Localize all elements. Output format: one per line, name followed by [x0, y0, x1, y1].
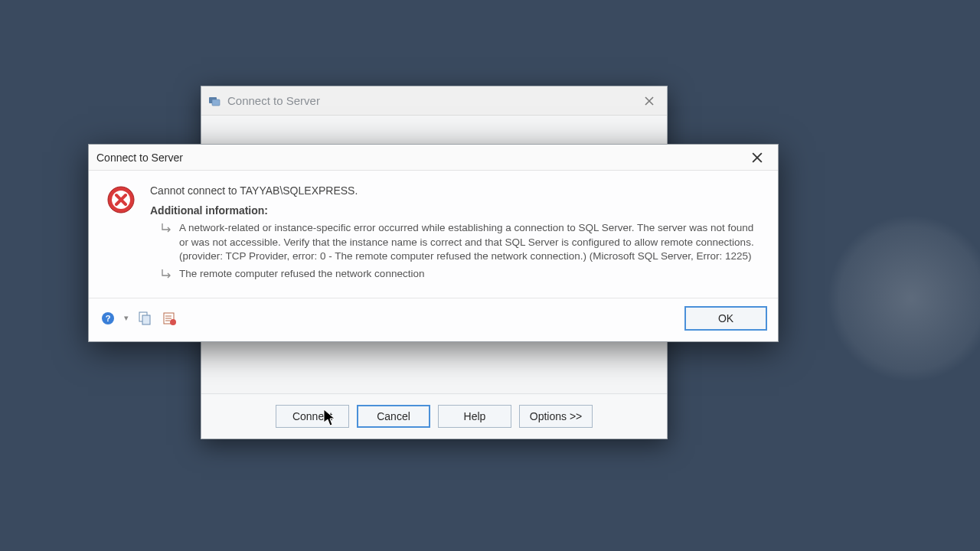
show-details-icon[interactable]	[161, 310, 178, 327]
background-decoration	[827, 214, 980, 383]
copy-icon[interactable]	[136, 310, 153, 327]
svg-text:?: ?	[106, 314, 111, 323]
cancel-button[interactable]: Cancel	[357, 405, 430, 428]
parent-close-button[interactable]	[638, 93, 661, 109]
additional-info-label: Additional information:	[150, 204, 761, 217]
close-icon	[752, 152, 763, 163]
error-icon	[106, 184, 136, 287]
error-body: Cannot connect to TAYYAB\SQLEXPRESS. Add…	[89, 171, 778, 298]
error-detail-item: A network-related or instance-specific e…	[161, 221, 761, 264]
error-text-block: Cannot connect to TAYYAB\SQLEXPRESS. Add…	[150, 184, 761, 287]
ok-button[interactable]: OK	[684, 306, 767, 331]
error-detail-item: The remote computer refused the network …	[161, 267, 761, 284]
svg-rect-13	[142, 315, 150, 324]
help-button[interactable]: Help	[438, 405, 511, 428]
connect-button[interactable]: Connect	[276, 405, 349, 428]
parent-titlebar[interactable]: Connect to Server	[201, 86, 667, 116]
error-dialog-title: Connect to Server	[96, 152, 744, 164]
error-footer: ? ▾ OK	[89, 298, 778, 341]
parent-dialog-button-row: Connect Cancel Help Options >>	[201, 393, 667, 439]
help-icon[interactable]: ?	[100, 310, 116, 327]
dropdown-marker: ▾	[124, 313, 129, 323]
error-close-button[interactable]	[744, 148, 770, 167]
options-button[interactable]: Options >>	[519, 405, 593, 428]
error-dialog: Connect to Server Cannot connect to TAYY…	[88, 144, 779, 342]
app-icon	[207, 94, 221, 108]
error-detail-text: The remote computer refused the network …	[179, 267, 424, 282]
error-message: Cannot connect to TAYYAB\SQLEXPRESS.	[150, 184, 761, 197]
error-detail-text: A network-related or instance-specific e…	[179, 221, 761, 264]
error-titlebar[interactable]: Connect to Server	[89, 145, 778, 171]
tree-arrow-icon	[161, 223, 172, 238]
svg-point-18	[170, 319, 176, 325]
parent-dialog-title: Connect to Server	[227, 94, 638, 107]
tree-arrow-icon	[161, 269, 172, 284]
close-icon	[645, 96, 654, 106]
svg-rect-1	[212, 99, 220, 106]
